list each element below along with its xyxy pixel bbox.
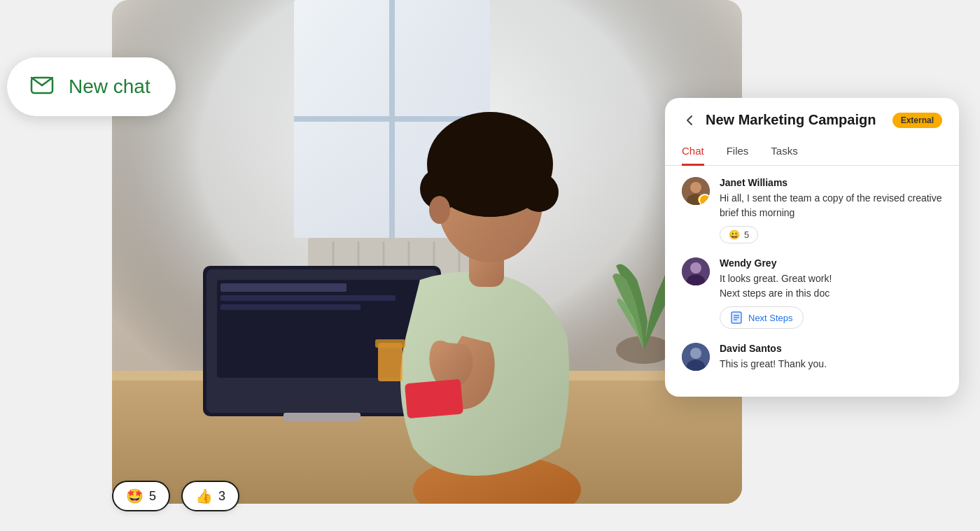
chat-panel: New Marketing Campaign External Chat Fil… (665, 98, 959, 397)
message-content-david: David Santos This is great! Thank you. (720, 343, 942, 371)
chat-title: New Marketing Campaign (706, 112, 884, 128)
svg-rect-18 (220, 283, 346, 292)
svg-point-51 (690, 348, 701, 359)
tab-tasks[interactable]: Tasks (771, 138, 797, 166)
tab-chat[interactable]: Chat (682, 138, 704, 166)
message-item: Wendy Grey It looks great. Great work!Ne… (682, 257, 942, 329)
svg-rect-21 (284, 413, 360, 421)
avatar-wendy (682, 257, 710, 285)
tab-files[interactable]: Files (727, 138, 749, 166)
reaction-pill[interactable]: 😀 5 (720, 226, 758, 243)
svg-rect-31 (378, 343, 402, 381)
reaction-emoji: 😀 (729, 229, 740, 240)
svg-text:★: ★ (700, 197, 706, 204)
sender-name: David Santos (720, 343, 942, 354)
avatar-david (682, 343, 710, 371)
svg-rect-32 (375, 339, 405, 348)
reaction-badge-star[interactable]: 🤩 5 (112, 481, 170, 511)
reaction-count-star: 5 (149, 489, 156, 504)
svg-point-43 (690, 262, 701, 274)
reaction-emoji-thumbs: 👍 (195, 488, 213, 504)
svg-point-29 (429, 196, 450, 224)
reaction-count: 5 (744, 229, 749, 240)
chat-panel-header: New Marketing Campaign External (665, 98, 959, 128)
sender-name: Janet Williams (720, 177, 942, 188)
reaction-badges: 🤩 5 👍 3 (112, 481, 239, 511)
message-content-wendy: Wendy Grey It looks great. Great work!Ne… (720, 257, 942, 329)
message-text: This is great! Thank you. (720, 357, 942, 371)
doc-chip[interactable]: Next Steps (720, 306, 804, 329)
svg-point-38 (690, 182, 701, 193)
reaction-emoji-star: 🤩 (126, 488, 144, 504)
svg-rect-33 (405, 379, 463, 419)
chat-messages: ★ Janet Williams Hi all, I sent the team… (665, 166, 959, 397)
avatar-janet: ★ (682, 177, 710, 205)
chat-tabs: Chat Files Tasks (665, 138, 959, 166)
message-text: It looks great. Great work!Next steps ar… (720, 271, 942, 301)
doc-icon (730, 311, 743, 324)
message-content-janet: Janet Williams Hi all, I sent the team a… (720, 177, 942, 243)
svg-line-36 (42, 78, 52, 85)
sender-name: Wendy Grey (720, 257, 942, 269)
svg-rect-19 (220, 295, 396, 301)
external-badge: External (892, 113, 942, 128)
svg-point-28 (519, 173, 559, 212)
reaction-count-thumbs: 3 (218, 489, 225, 504)
chat-icon (27, 71, 57, 102)
message-item: David Santos This is great! Thank you. (682, 343, 942, 371)
message-item: ★ Janet Williams Hi all, I sent the team… (682, 177, 942, 243)
new-chat-pill[interactable]: New chat (7, 57, 176, 116)
reaction-badge-thumbs[interactable]: 👍 3 (181, 481, 239, 511)
person-silhouette (112, 0, 742, 504)
scene: New chat New Marketing Campaign External… (0, 0, 980, 531)
doc-label: Next Steps (748, 313, 793, 323)
back-button[interactable] (682, 113, 697, 128)
svg-point-40 (698, 194, 708, 204)
svg-rect-20 (220, 304, 360, 310)
svg-line-35 (31, 78, 42, 85)
message-text: Hi all, I sent the team a copy of the re… (720, 191, 942, 220)
new-chat-label: New chat (69, 76, 150, 98)
background-photo (112, 0, 742, 504)
